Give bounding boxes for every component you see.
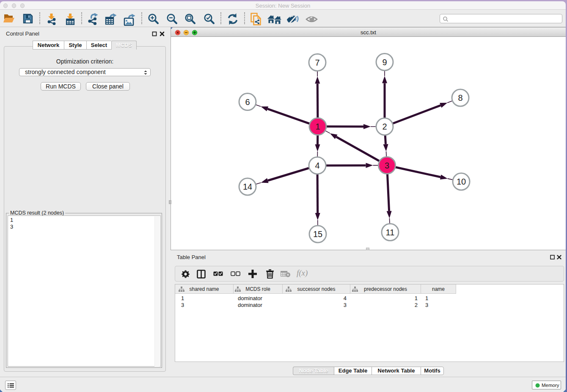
- svg-text:8: 8: [458, 93, 462, 102]
- svg-text:4: 4: [315, 161, 319, 170]
- svg-text:7: 7: [315, 58, 319, 67]
- svg-text:1: 1: [315, 122, 320, 131]
- svg-text:11: 11: [386, 228, 395, 237]
- svg-text:15: 15: [313, 229, 322, 239]
- svg-text:3: 3: [385, 161, 389, 170]
- svg-text:9: 9: [382, 58, 387, 67]
- svg-text:6: 6: [245, 97, 250, 107]
- svg-text:2: 2: [382, 122, 387, 131]
- svg-text:10: 10: [457, 177, 466, 186]
- svg-text:14: 14: [243, 182, 252, 191]
